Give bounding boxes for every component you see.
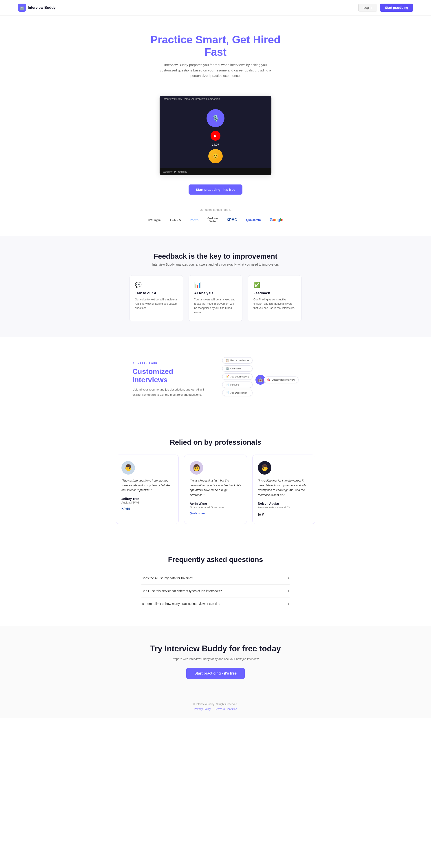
chip-company: 🏢 Company <box>222 365 253 372</box>
feedback-icon: ✅ <box>254 282 296 288</box>
name-nelson: Nelson Aguiar <box>258 502 309 505</box>
ai-title-plain: Interviews <box>132 376 168 384</box>
card-desc-feedback: Our AI will give constructive criticism … <box>254 298 296 311</box>
quote-jeffrey: "The custom questions from the app were … <box>122 478 173 493</box>
feature-card-analysis: 📊 AI Analysis Your answers will be analy… <box>189 275 242 321</box>
faq-expand-icon-1: + <box>288 576 290 580</box>
ai-badge: AI INTERVIEWER <box>132 362 209 365</box>
final-cta-section: Try Interview Buddy for free today Prepa… <box>0 626 431 697</box>
testimonials-section: Relied on by professionals 👨 "The custom… <box>0 423 431 540</box>
ai-text: AI INTERVIEWER Customized Interviews Upl… <box>132 362 209 397</box>
logo-google: Google <box>270 218 283 222</box>
hero-cta-button[interactable]: Start practicing - it's free <box>189 184 242 194</box>
name-aerin: Aerin Wang <box>190 502 241 505</box>
logos-section: Our users landed jobs at JPMorgan TESLA … <box>0 199 431 236</box>
avatar-aerin: 👩 <box>190 461 203 474</box>
logos-label: Our users landed jobs at <box>4 208 427 211</box>
ai-description: Upload your resume and job description, … <box>132 387 209 397</box>
terms-link[interactable]: Terms & Condition <box>215 708 237 711</box>
avatar-nelson: 👨 <box>258 461 271 474</box>
output-label: Customized Interview <box>272 378 295 381</box>
ai-diagram: 📋 Past experiences 🏢 Company 📝 Job quali… <box>222 355 299 404</box>
logo: 🤖 Interview Buddy <box>18 4 56 12</box>
footer: © InterviewBuddy. All rights reserved. P… <box>0 697 431 718</box>
chip-label-company: Company <box>230 367 241 370</box>
quote-aerin: "I was skeptical at first, but the perso… <box>190 478 241 497</box>
chip-resume: 📄 Resume <box>222 381 253 388</box>
role-nelson: Assurance Associate at EY <box>258 506 309 509</box>
nav-actions: Log In Start practicing <box>358 4 413 12</box>
privacy-policy-link[interactable]: Privacy Policy <box>194 708 211 711</box>
ai-section: AI INTERVIEWER Customized Interviews Upl… <box>0 337 431 423</box>
final-cta-button[interactable]: Start practicing - it's free <box>186 668 245 679</box>
faq-question-1: Does the AI use my data for training? <box>141 576 193 580</box>
job-desc-icon: 📃 <box>226 391 229 394</box>
watch-label: Watch on <box>163 170 173 173</box>
logo-jpmorgan: JPMorgan <box>148 218 161 222</box>
hero-title-plain: Practice Smart, Get Hired <box>151 34 280 45</box>
output-icon: 🎯 <box>267 378 270 381</box>
faq-section: Frequently asked questions Does the AI u… <box>137 540 294 626</box>
start-practicing-button[interactable]: Start practicing <box>380 4 413 12</box>
video-title: Interview Buddy Demo- AI Interview Compa… <box>163 97 220 101</box>
final-cta-description: Prepare with Interview Buddy today and a… <box>4 657 427 661</box>
final-cta-title: Try Interview Buddy for free today <box>4 644 427 653</box>
faq-item-1[interactable]: Does the AI use my data for training? + <box>141 572 290 585</box>
talk-icon: 💬 <box>135 282 177 288</box>
login-button[interactable]: Log In <box>358 4 377 11</box>
faq-expand-icon-2: + <box>288 589 290 593</box>
card-title-talk: Talk to our AI <box>135 291 177 295</box>
hero-description: Interview Buddy prepares you for real-wo… <box>157 62 274 79</box>
logo-qualcomm-testi: Qualcomm <box>190 512 241 515</box>
chip-job-description: 📃 Job Description <box>222 390 253 396</box>
testimonial-aerin: 👩 "I was skeptical at first, but the per… <box>184 455 247 524</box>
hero-title: Practice Smart, Get Hired Fast <box>141 33 290 58</box>
job-qual-icon: 📝 <box>226 375 229 378</box>
name-jeffrey: Jeffrey Tran <box>122 497 173 501</box>
chip-label-past: Past experiences <box>230 359 249 362</box>
card-title-feedback: Feedback <box>254 291 296 295</box>
card-desc-talk: Our voice-to-text bot will simulate a re… <box>135 298 177 311</box>
video-bottom-bar: Watch on ▶ YouTube <box>160 168 271 175</box>
video-top-bar: Interview Buddy Demo- AI Interview Compa… <box>160 96 271 102</box>
faq-title: Frequently asked questions <box>141 555 290 564</box>
play-button[interactable]: ▶ <box>210 131 221 141</box>
footer-links: Privacy Policy Terms & Condition <box>4 708 427 711</box>
faq-question-3: Is there a limit to how many practice in… <box>141 602 220 606</box>
input-chips: 📋 Past experiences 🏢 Company 📝 Job quali… <box>222 357 253 396</box>
video-body: 🎙️ ▶ 14:07 😊 <box>160 102 271 168</box>
footer-copyright: © InterviewBuddy. All rights reserved. <box>4 703 427 706</box>
logo-text: Interview Buddy <box>28 6 56 10</box>
youtube-label: YouTube <box>177 170 187 173</box>
logos-row: JPMorgan TESLA meta GoldmanSachs KPMG Qu… <box>4 217 427 223</box>
card-desc-analysis: Your answers will be analyzed and areas … <box>194 298 237 315</box>
feedback-title: Feedback is the key to improvement <box>4 252 427 260</box>
avatar-jeffrey: 👨 <box>122 461 135 474</box>
feedback-subtitle: Interview Buddy analyzes your answers an… <box>4 263 427 266</box>
logo-icon: 🤖 <box>18 4 26 12</box>
testimonials-title: Relied on by professionals <box>4 438 427 446</box>
faq-item-3[interactable]: Is there a limit to how many practice in… <box>141 597 290 610</box>
card-title-analysis: AI Analysis <box>194 291 237 295</box>
chip-job-qualifications: 📝 Job qualifications <box>222 373 253 380</box>
faq-question-2: Can I use this service for different typ… <box>141 589 222 593</box>
analysis-icon: 📊 <box>194 282 237 288</box>
navbar: 🤖 Interview Buddy Log In Start practicin… <box>0 0 431 16</box>
ai-title: Customized Interviews <box>132 367 209 384</box>
chip-label-jobqual: Job qualifications <box>230 375 249 378</box>
video-person-avatar: 😊 <box>208 149 223 163</box>
video-timer: 14:07 <box>212 143 219 146</box>
resume-icon: 📄 <box>226 383 229 386</box>
role-aerin: Financial Analyst Qualcomm <box>190 506 241 509</box>
faq-item-2[interactable]: Can I use this service for different typ… <box>141 585 290 597</box>
past-exp-icon: 📋 <box>226 359 229 362</box>
logo-kpmg: KPMG <box>227 218 237 222</box>
feature-card-talk: 💬 Talk to our AI Our voice-to-text bot w… <box>129 275 183 321</box>
logo-qualcomm: Qualcomm <box>246 218 261 222</box>
quote-nelson: "Incredible tool for interview prep! It … <box>258 478 309 497</box>
company-icon: 🏢 <box>226 367 229 370</box>
feature-card-feedback: ✅ Feedback Our AI will give constructive… <box>248 275 302 321</box>
feature-cards: 💬 Talk to our AI Our voice-to-text bot w… <box>114 275 317 321</box>
logo-ey-testi: EY <box>258 512 309 518</box>
logo-goldman: GoldmanSachs <box>207 217 218 223</box>
